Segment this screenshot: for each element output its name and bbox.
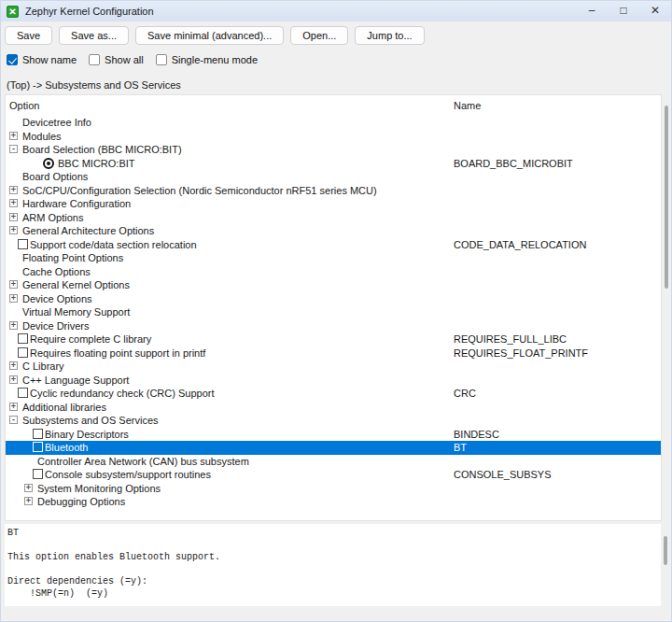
- collapse-icon[interactable]: -: [9, 145, 18, 153]
- expand-icon[interactable]: +: [9, 132, 18, 140]
- tree-row-label: Cyclic redundancy check (CRC) Support: [30, 388, 214, 399]
- tree-row[interactable]: Cyclic redundancy check (CRC) SupportCRC: [6, 387, 661, 401]
- tree-row-label: Board Selection (BBC MICRO:BIT): [22, 144, 182, 155]
- tree-row-label: Binary Descriptors: [45, 429, 129, 440]
- tree-row-symbol-name: BINDESC: [454, 429, 499, 440]
- expand-icon[interactable]: +: [9, 199, 18, 207]
- collapse-icon[interactable]: -: [9, 416, 18, 424]
- tree-row[interactable]: Floating Point Options: [6, 251, 661, 265]
- tree-row-label: Devicetree Info: [22, 117, 91, 128]
- expand-icon[interactable]: +: [9, 226, 18, 234]
- save-as-button[interactable]: Save as...: [59, 26, 129, 45]
- tree-scrollbar[interactable]: [664, 94, 670, 521]
- tree-row[interactable]: +Device Options: [6, 292, 661, 306]
- expand-icon[interactable]: +: [24, 497, 33, 505]
- expand-icon[interactable]: +: [9, 186, 18, 194]
- tree-row-label: Bluetooth: [45, 442, 88, 453]
- tree-row[interactable]: Support code/data section relocationCODE…: [6, 238, 661, 252]
- checkbox-icon[interactable]: [18, 333, 28, 344]
- tree-row-label: Device Options: [22, 293, 92, 304]
- tree-row[interactable]: Binary DescriptorsBINDESC: [6, 428, 661, 442]
- tree-row-label: Requires floating point support in print…: [30, 347, 205, 359]
- tree-row[interactable]: Requires floating point support in print…: [6, 346, 661, 360]
- radio-selected-icon[interactable]: [43, 158, 54, 169]
- tree-row-label: Board Options: [22, 171, 88, 182]
- tree-row[interactable]: +C++ Language Support: [6, 374, 661, 388]
- tree-row[interactable]: +C Library: [6, 360, 661, 374]
- help-text: BT This option enables Bluetooth support…: [5, 524, 661, 600]
- tree-row-symbol-name: CODE_DATA_RELOCATION: [454, 239, 586, 250]
- tree-row-label: C Library: [22, 360, 64, 372]
- tree-row[interactable]: Console subsystem/support routinesCONSOL…: [6, 468, 661, 482]
- titlebar: ✕ Zephyr Kernel Configuration – □ ✕: [1, 1, 671, 21]
- tree-row-label: Virtual Memory Support: [22, 306, 130, 318]
- checkbox-icon[interactable]: [7, 54, 18, 65]
- help-scrollbar-thumb[interactable]: [664, 536, 667, 565]
- option-checkbox-show-all[interactable]: Show all: [89, 54, 144, 65]
- tree-row[interactable]: BluetoothBT: [6, 441, 661, 455]
- help-scrollbar[interactable]: [663, 524, 669, 606]
- tree-row-symbol-name: BOARD_BBC_MICROBIT: [454, 158, 573, 169]
- tree-row[interactable]: +Hardware Configuration: [6, 197, 661, 211]
- close-icon[interactable]: ✕: [639, 1, 671, 21]
- column-header-option[interactable]: Option: [9, 100, 39, 111]
- tree-row[interactable]: Cache Options: [6, 265, 661, 279]
- checkbox-icon[interactable]: [33, 442, 43, 452]
- tree-row-symbol-name: BT: [454, 442, 467, 453]
- tree-row[interactable]: Require complete C libraryREQUIRES_FULL_…: [6, 332, 661, 346]
- tree-row[interactable]: +Modules: [6, 130, 661, 144]
- expand-icon[interactable]: +: [9, 403, 18, 411]
- save-minimal-button[interactable]: Save minimal (advanced)...: [135, 26, 284, 45]
- expand-icon[interactable]: +: [9, 280, 18, 289]
- checkbox-icon[interactable]: [156, 54, 167, 65]
- tree-row[interactable]: +Additional libraries: [6, 401, 661, 415]
- checkbox-icon[interactable]: [18, 347, 28, 358]
- tree-row-label: General Architecture Options: [22, 225, 154, 236]
- minimize-icon[interactable]: –: [576, 1, 608, 21]
- tree-row[interactable]: +General Kernel Options: [6, 278, 661, 292]
- tree-row[interactable]: +Device Drivers: [6, 319, 661, 333]
- expand-icon[interactable]: +: [24, 484, 33, 492]
- checkbox-icon[interactable]: [33, 429, 43, 439]
- tree-row[interactable]: +SoC/CPU/Configuration Selection (Nordic…: [6, 184, 661, 198]
- tree-row-label: Device Drivers: [22, 320, 90, 332]
- expand-icon[interactable]: +: [9, 213, 18, 221]
- expand-icon[interactable]: +: [9, 294, 18, 303]
- checkbox-icon[interactable]: [18, 388, 28, 398]
- tree-row[interactable]: +Debugging Options: [6, 495, 661, 509]
- checkbox-icon[interactable]: [89, 54, 100, 65]
- tree-row-symbol-name: CRC: [454, 388, 476, 399]
- maximize-icon[interactable]: □: [608, 1, 639, 21]
- option-checkbox-label: Show name: [22, 54, 77, 65]
- tree-row[interactable]: -Board Selection (BBC MICRO:BIT): [6, 143, 661, 157]
- option-checkbox-show-name[interactable]: Show name: [7, 54, 77, 65]
- tree-row-label: Floating Point Options: [22, 252, 123, 263]
- tree-row[interactable]: Virtual Memory Support: [6, 305, 661, 319]
- expand-icon[interactable]: +: [9, 321, 18, 330]
- expand-icon[interactable]: +: [9, 375, 18, 384]
- tree-scrollbar-thumb[interactable]: [665, 106, 668, 289]
- tree-header: Option Name: [6, 95, 661, 116]
- checkbox-icon[interactable]: [33, 469, 43, 479]
- view-options-bar: Show nameShow allSingle-menu mode: [7, 52, 258, 67]
- tree-row-label: Modules: [22, 131, 62, 142]
- save-button[interactable]: Save: [5, 26, 52, 45]
- tree-rows: Devicetree Info+Modules-Board Selection …: [6, 116, 661, 509]
- tree-row[interactable]: +ARM Options: [6, 211, 661, 225]
- tree-row[interactable]: Board Options: [6, 170, 661, 184]
- jump-to-button[interactable]: Jump to...: [355, 26, 424, 45]
- option-checkbox-single-menu-mode[interactable]: Single-menu mode: [156, 54, 258, 65]
- tree-row[interactable]: +General Architecture Options: [6, 224, 661, 238]
- tree-row-label: ARM Options: [22, 212, 83, 223]
- tree-row[interactable]: +System Monitoring Options: [6, 482, 661, 496]
- expand-icon[interactable]: +: [9, 361, 18, 370]
- tree-row-label: Console subsystem/support routines: [45, 469, 211, 480]
- column-header-name[interactable]: Name: [454, 100, 481, 111]
- tree-row[interactable]: Devicetree Info: [6, 116, 661, 130]
- checkbox-icon[interactable]: [18, 239, 28, 249]
- tree-row-label: Subsystems and OS Services: [22, 415, 159, 426]
- open-button[interactable]: Open...: [290, 26, 348, 45]
- tree-row[interactable]: BBC MICRO:BITBOARD_BBC_MICROBIT: [6, 157, 661, 171]
- tree-row[interactable]: -Subsystems and OS Services: [6, 414, 661, 428]
- tree-row[interactable]: Controller Area Network (CAN) bus subsys…: [6, 455, 661, 469]
